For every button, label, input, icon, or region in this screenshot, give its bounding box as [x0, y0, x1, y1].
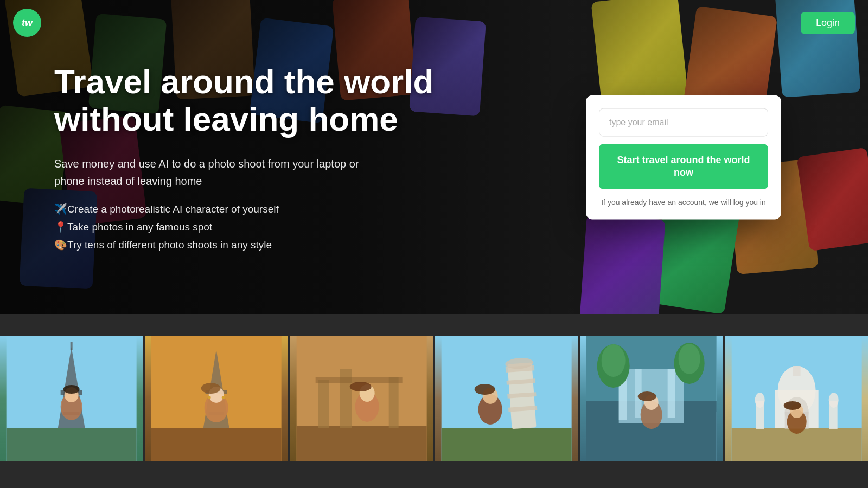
login-button[interactable]: Login — [801, 12, 855, 34]
gallery-thumb-3 — [290, 336, 433, 461]
gallery-item-5 — [578, 336, 723, 461]
feature-item-2: 📍Take photos in any famous spot — [54, 221, 488, 233]
hero-title-line2: without leaving home — [54, 100, 398, 138]
hero-section: tw Login Travel around the world without… — [0, 0, 868, 314]
bottom-section — [0, 314, 868, 461]
gallery-thumb-2 — [145, 336, 288, 461]
svg-point-18 — [222, 396, 225, 399]
svg-rect-1 — [7, 428, 137, 461]
gallery-thumb-6 — [725, 336, 868, 461]
logo[interactable]: tw — [13, 9, 41, 37]
svg-point-61 — [828, 393, 838, 408]
svg-point-8 — [63, 385, 80, 394]
svg-point-48 — [602, 344, 626, 377]
svg-point-52 — [638, 391, 656, 401]
svg-point-66 — [783, 401, 801, 410]
gallery-row — [0, 336, 868, 461]
svg-rect-10 — [151, 428, 282, 461]
hero-title-line1: Travel around the world — [54, 63, 433, 100]
hero-content: Travel around the world without leaving … — [0, 0, 521, 314]
svg-point-27 — [349, 382, 371, 391]
cta-button[interactable]: Start travel around the world now — [599, 144, 768, 189]
svg-rect-21 — [318, 380, 329, 428]
hero-title: Travel around the world without leaving … — [54, 63, 488, 137]
hero-subtitle: Save money and use AI to do a photo shoo… — [54, 155, 369, 190]
svg-rect-20 — [296, 426, 426, 461]
svg-point-59 — [755, 393, 764, 408]
gallery-item-1 — [0, 336, 143, 461]
gallery-item-2 — [143, 336, 288, 461]
gallery-item-3 — [288, 336, 433, 461]
header: tw Login — [0, 0, 868, 46]
svg-point-16 — [201, 383, 221, 394]
svg-rect-57 — [793, 366, 800, 376]
logo-text: tw — [22, 17, 33, 29]
svg-rect-45 — [668, 369, 675, 418]
signup-card: Start travel around the world now If you… — [586, 95, 781, 220]
feature-item-1: ✈️Create a photorealistic AI character o… — [54, 203, 488, 215]
email-input[interactable] — [599, 108, 768, 137]
gallery-item-4 — [433, 336, 578, 461]
svg-point-38 — [475, 384, 495, 395]
svg-point-17 — [208, 396, 211, 399]
gallery-thumb-4 — [435, 336, 578, 461]
gallery-thumb-5 — [580, 336, 723, 461]
signin-note: If you already have an account, we will … — [599, 197, 768, 206]
svg-point-49 — [679, 344, 700, 374]
svg-rect-29 — [442, 428, 572, 461]
gallery-thumb-1 — [0, 336, 143, 461]
feature-item-3: 🎨Try tens of different photo shoots in a… — [54, 239, 488, 251]
feature-list: ✈️Create a photorealistic AI character o… — [54, 203, 488, 251]
svg-rect-5 — [71, 342, 73, 350]
svg-rect-23 — [388, 377, 398, 428]
gallery-item-6 — [723, 336, 868, 461]
